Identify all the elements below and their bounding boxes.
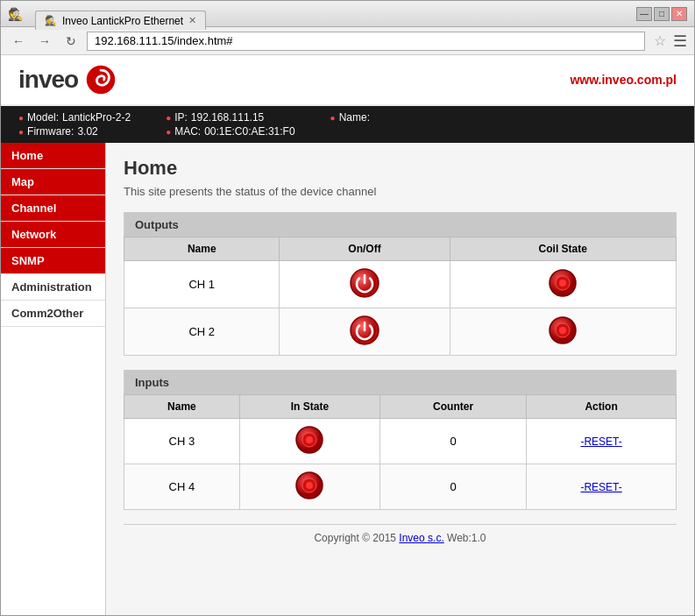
tab-title: Inveo LantickPro Ethernet	[62, 15, 183, 27]
info-col-3: ● Name:	[330, 111, 373, 138]
model-info: ● Model: LantickPro-2-2	[18, 111, 131, 124]
ch3-name: CH 3	[124, 419, 240, 464]
logo-area: inveo	[18, 64, 117, 96]
sidebar: Home Map Channel Network SNMP Administra…	[1, 143, 106, 615]
mac-info: ● MAC: 00:1E:C0:AE:31:F0	[166, 125, 294, 138]
inputs-table: Inputs Name In State Counter Action CH 3	[124, 370, 677, 510]
ip-info: ● IP: 192.168.111.15	[166, 111, 294, 124]
input-row-ch3: CH 3	[124, 419, 677, 464]
close-button[interactable]: ✕	[671, 7, 687, 21]
name-label: Name:	[339, 111, 370, 124]
footer-copyright: Copyright © 2015	[314, 532, 396, 544]
minimize-button[interactable]: —	[636, 7, 652, 21]
model-value: LantickPro-2-2	[62, 111, 131, 124]
outputs-col-name: Name	[124, 237, 280, 261]
page-subtitle: This site presents the status of the dev…	[124, 185, 677, 198]
ch4-reset-link[interactable]: -RESET-	[580, 481, 621, 493]
browser-tab[interactable]: 🕵️ Inveo LantickPro Ethernet ✕	[35, 11, 206, 30]
window-controls: — □ ✕	[636, 7, 687, 21]
mac-value: 00:1E:C0:AE:31:F0	[204, 125, 294, 138]
svg-point-5	[559, 280, 566, 287]
ch2-coilstate	[450, 308, 676, 356]
info-bar: ● Model: LantickPro-2-2 ● Firmware: 3.02…	[1, 106, 694, 143]
sidebar-item-administration[interactable]: Administration	[1, 274, 105, 301]
back-button[interactable]: ←	[8, 31, 29, 52]
firmware-value: 3.02	[77, 125, 97, 138]
ch4-state-icon	[295, 471, 323, 499]
outputs-col-onoff: On/Off	[280, 237, 450, 261]
logo-icon	[85, 64, 117, 96]
outputs-col-headers: Name On/Off Coil State	[124, 237, 677, 261]
sidebar-item-snmp[interactable]: SNMP	[1, 248, 105, 274]
output-row-ch2: CH 2	[124, 308, 677, 356]
address-bar[interactable]	[87, 32, 645, 51]
ch2-onoff[interactable]	[280, 308, 450, 356]
ch4-action[interactable]: -RESET-	[527, 464, 677, 510]
input-row-ch4: CH 4	[124, 464, 677, 510]
ch1-name: CH 1	[124, 261, 280, 308]
inputs-col-instate: In State	[239, 395, 379, 419]
logo-text: inveo	[18, 66, 78, 94]
dot-ip: ●	[166, 113, 171, 123]
ch1-coilstate	[450, 261, 676, 308]
forward-button[interactable]: →	[34, 31, 55, 52]
content-area: Home This site presents the status of th…	[106, 143, 694, 615]
title-bar: 🕵️ 🕵️ Inveo LantickPro Ethernet ✕ — □ ✕	[1, 1, 694, 27]
site-footer: Copyright © 2015 Inveo s.c. Web:1.0	[124, 524, 677, 551]
name-info: ● Name:	[330, 111, 373, 124]
footer-web-version: Web:1.0	[447, 532, 486, 544]
page-title: Home	[124, 157, 677, 180]
sidebar-item-comm2other[interactable]: Comm2Other	[1, 301, 105, 327]
sidebar-item-map[interactable]: Map	[1, 169, 105, 195]
outputs-table: Outputs Name On/Off Coil State CH 1	[124, 212, 677, 356]
svg-point-13	[306, 436, 313, 443]
ch1-onoff[interactable]	[280, 261, 450, 308]
inputs-col-name: Name	[124, 395, 240, 419]
maximize-button[interactable]: □	[654, 7, 670, 21]
main-layout: Home Map Channel Network SNMP Administra…	[1, 143, 694, 615]
ch3-reset-link[interactable]: -RESET-	[580, 435, 621, 448]
ip-value: 192.168.111.15	[191, 111, 264, 124]
site-header: inveo www.inveo.com.pl	[1, 55, 694, 106]
ch3-state-icon	[295, 426, 323, 454]
website-link[interactable]: www.inveo.com.pl	[570, 73, 677, 87]
ch4-counter: 0	[380, 464, 527, 510]
svg-point-10	[559, 327, 566, 334]
inputs-section-header: Inputs	[124, 371, 677, 395]
nav-bar: ← → ↻ ☆ ☰	[1, 27, 694, 55]
outputs-col-coilstate: Coil State	[450, 237, 676, 261]
ch1-coil-icon	[549, 269, 577, 297]
firmware-label: Firmware:	[27, 125, 74, 138]
dot-model: ●	[18, 113, 24, 123]
ch1-power-button[interactable]	[350, 268, 379, 298]
ch2-coil-icon	[549, 316, 577, 344]
ch3-action[interactable]: -RESET-	[527, 419, 677, 464]
ip-label: IP:	[174, 111, 188, 124]
outputs-section-header: Outputs	[124, 213, 677, 237]
ch4-name: CH 4	[124, 464, 240, 510]
sidebar-item-channel[interactable]: Channel	[1, 195, 105, 222]
sidebar-item-home[interactable]: Home	[1, 143, 105, 169]
output-row-ch1: CH 1	[124, 261, 677, 308]
inputs-col-action: Action	[527, 395, 677, 419]
browser-favicon: 🕵️	[8, 7, 23, 21]
ch2-power-button[interactable]	[350, 315, 379, 345]
ch4-instate	[239, 464, 379, 510]
menu-icon[interactable]: ☰	[673, 32, 687, 51]
tab-close-button[interactable]: ✕	[188, 15, 196, 26]
browser-window: 🕵️ 🕵️ Inveo LantickPro Ethernet ✕ — □ ✕ …	[0, 0, 695, 616]
page-content: inveo www.inveo.com.pl ● Model: LantickP…	[1, 55, 694, 615]
mac-label: MAC:	[174, 125, 201, 138]
footer-link[interactable]: Inveo s.c.	[399, 532, 443, 544]
svg-point-16	[306, 482, 313, 489]
dot-name: ●	[330, 113, 336, 123]
refresh-button[interactable]: ↻	[60, 31, 82, 52]
dot-mac: ●	[166, 127, 171, 137]
ch3-instate	[239, 419, 379, 464]
bookmark-icon[interactable]: ☆	[654, 32, 666, 49]
sidebar-item-network[interactable]: Network	[1, 222, 105, 248]
ch3-counter: 0	[380, 419, 527, 464]
info-col-2: ● IP: 192.168.111.15 ● MAC: 00:1E:C0:AE:…	[166, 111, 294, 138]
inputs-col-headers: Name In State Counter Action	[124, 395, 677, 419]
model-label: Model:	[27, 111, 59, 124]
